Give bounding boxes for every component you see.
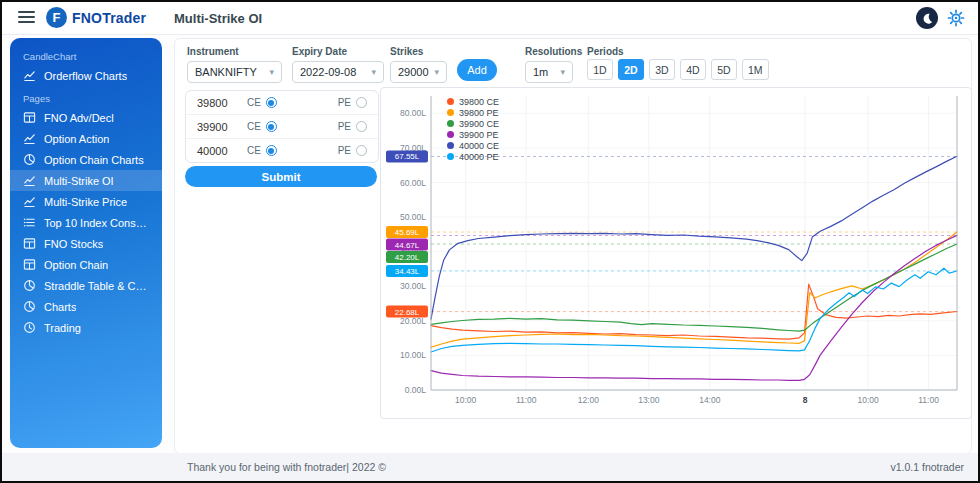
- strike-value: 39900: [197, 121, 247, 133]
- expiry-select[interactable]: 2022-09-08: [292, 61, 384, 83]
- pe-radio-39800[interactable]: [356, 97, 367, 108]
- legend-dot: [447, 153, 454, 160]
- moon-icon: [921, 12, 934, 25]
- resolutions-control: Resolutions 1m: [525, 46, 582, 83]
- legend-dot: [447, 120, 454, 127]
- period-button-5d[interactable]: 5D: [711, 59, 737, 80]
- strikes-label: Strikes: [390, 46, 447, 57]
- sidebar-item-label: Multi-Strike Price: [44, 196, 127, 208]
- ce-radio-39800[interactable]: [266, 97, 277, 108]
- add-button[interactable]: Add: [457, 59, 497, 81]
- sidebar-item-fno-adv-decl[interactable]: FNO Adv/Decl: [10, 107, 162, 128]
- settings-gear-icon[interactable]: [947, 9, 965, 27]
- sidebar-item-label: Trading: [44, 322, 81, 334]
- pe-label: PE: [338, 121, 351, 132]
- periods-label: Periods: [587, 46, 624, 57]
- footer-version-text: v1.0.1 fnotrader: [890, 461, 964, 473]
- periods-group: 1D2D3D4D5D1M: [587, 59, 769, 80]
- sidebar-item-orderflow-charts[interactable]: Orderflow Charts: [10, 65, 162, 86]
- ce-radio-40000[interactable]: [266, 145, 277, 156]
- sidebar-item-option-chain-charts[interactable]: Option Chain Charts: [10, 149, 162, 170]
- oi-chart-panel: 0.00L10.00L20.00L30.00L40.00L50.00L60.00…: [380, 87, 972, 419]
- legend-item-39900-ce[interactable]: 39900 CE: [447, 118, 499, 129]
- legend-label: 39900 PE: [459, 130, 499, 140]
- clock-icon: [23, 321, 36, 334]
- submit-button[interactable]: Submit: [185, 166, 377, 187]
- period-button-3d[interactable]: 3D: [649, 59, 675, 80]
- ce-label: CE: [247, 145, 261, 156]
- sidebar-item-label: Option Action: [44, 133, 109, 145]
- sidebar-item-multi-strike-oi[interactable]: Multi-Strike OI: [10, 170, 162, 191]
- legend-item-39800-pe[interactable]: 39800 PE: [447, 107, 499, 118]
- dark-mode-toggle[interactable]: [916, 7, 938, 29]
- pe-label: PE: [338, 97, 351, 108]
- top-bar: F FNOTrader Multi-Strike OI: [2, 2, 978, 35]
- sidebar-item-fno-stocks[interactable]: FNO Stocks: [10, 233, 162, 254]
- brand-name: FNOTrader: [72, 10, 146, 26]
- instrument-select[interactable]: BANKNIFTY: [187, 61, 282, 83]
- sidebar-item-charts[interactable]: Charts: [10, 296, 162, 317]
- sidebar-nav: CandleChartOrderflow ChartsPagesFNO Adv/…: [10, 38, 162, 448]
- period-button-4d[interactable]: 4D: [680, 59, 706, 80]
- svg-text:42.20L: 42.20L: [395, 253, 420, 262]
- ce-radio-39900[interactable]: [266, 121, 277, 132]
- sidebar-item-label: Straddle Table & Charts: [44, 280, 149, 292]
- svg-text:11:00: 11:00: [516, 395, 537, 405]
- sidebar-section-pages: Pages: [10, 86, 162, 107]
- sidebar-item-label: FNO Stocks: [44, 238, 103, 250]
- sidebar-item-label: Charts: [44, 301, 76, 313]
- svg-text:67.55L: 67.55L: [395, 152, 420, 161]
- legend-label: 39800 CE: [459, 97, 499, 107]
- pe-option-39900: PE: [338, 121, 367, 132]
- app-logo[interactable]: F FNOTrader: [46, 7, 146, 28]
- strikes-value: 29000: [398, 66, 429, 78]
- footer-left-text: Thank you for being with fnotrader| 2022…: [187, 461, 386, 473]
- instrument-label: Instrument: [187, 46, 282, 57]
- pie-chart-icon: [23, 300, 36, 313]
- pe-option-39800: PE: [338, 97, 367, 108]
- period-button-1m[interactable]: 1M: [742, 59, 769, 80]
- sidebar-item-multi-strike-price[interactable]: Multi-Strike Price: [10, 191, 162, 212]
- line-chart-icon: [23, 69, 36, 82]
- svg-text:44.67L: 44.67L: [395, 241, 420, 250]
- sidebar-item-straddle-table-charts[interactable]: Straddle Table & Charts: [10, 275, 162, 296]
- pie-chart-icon: [23, 279, 36, 292]
- line-chart-icon: [23, 132, 36, 145]
- list-icon: [23, 216, 36, 229]
- instrument-control: Instrument BANKNIFTY: [187, 46, 282, 83]
- pe-radio-40000[interactable]: [356, 145, 367, 156]
- legend-label: 40000 CE: [459, 141, 499, 151]
- strikes-select[interactable]: 29000: [390, 61, 447, 83]
- strike-value: 40000: [197, 145, 247, 157]
- page-title: Multi-Strike OI: [174, 11, 262, 26]
- legend-dot: [447, 109, 454, 116]
- resolutions-select[interactable]: 1m: [525, 61, 573, 83]
- svg-text:8: 8: [803, 395, 808, 405]
- sidebar-item-trading[interactable]: Trading: [10, 317, 162, 338]
- svg-text:11:00: 11:00: [918, 395, 939, 405]
- legend-dot: [447, 98, 454, 105]
- pe-label: PE: [338, 145, 351, 156]
- strikes-control: Strikes 29000: [390, 46, 447, 83]
- expiry-value: 2022-09-08: [300, 66, 356, 78]
- svg-text:45.69L: 45.69L: [395, 228, 420, 237]
- sidebar-item-option-action[interactable]: Option Action: [10, 128, 162, 149]
- svg-text:14:00: 14:00: [699, 395, 721, 405]
- sidebar-item-label: Option Chain: [44, 259, 108, 271]
- period-button-1d[interactable]: 1D: [587, 59, 613, 80]
- pe-radio-39900[interactable]: [356, 121, 367, 132]
- legend-label: 39800 PE: [459, 108, 499, 118]
- legend-item-39900-pe[interactable]: 39900 PE: [447, 129, 499, 140]
- pe-option-40000: PE: [338, 145, 367, 156]
- period-button-2d[interactable]: 2D: [618, 59, 644, 80]
- legend-label: 40000 PE: [459, 152, 499, 162]
- legend-item-40000-ce[interactable]: 40000 CE: [447, 140, 499, 151]
- legend-item-40000-pe[interactable]: 40000 PE: [447, 151, 499, 162]
- legend-item-39800-ce[interactable]: 39800 CE: [447, 96, 499, 107]
- hamburger-menu-icon[interactable]: [18, 11, 35, 24]
- svg-text:34.43L: 34.43L: [395, 267, 420, 276]
- svg-text:60.00L: 60.00L: [400, 178, 426, 188]
- svg-text:13:00: 13:00: [638, 395, 660, 405]
- sidebar-item-option-chain[interactable]: Option Chain: [10, 254, 162, 275]
- sidebar-item-top-10-index-constituents[interactable]: Top 10 Index Constituents: [10, 212, 162, 233]
